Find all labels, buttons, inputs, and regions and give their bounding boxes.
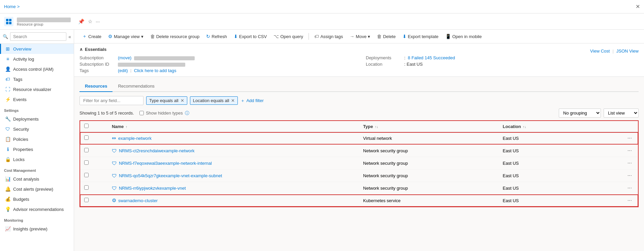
row-checkbox-0[interactable] bbox=[84, 135, 89, 140]
sidebar-label-resource-visualizer: Resource visualizer bbox=[13, 87, 51, 92]
filter-input[interactable] bbox=[79, 96, 143, 105]
sidebar-item-advisor[interactable]: 💡Advisor recommendations bbox=[0, 204, 74, 214]
hidden-types-toggle[interactable]: Show hidden types ⓘ bbox=[139, 110, 189, 116]
col-header-name[interactable]: Name ↑ bbox=[108, 121, 359, 132]
sidebar-label-deployments: Deployments bbox=[13, 117, 39, 122]
table-row: ⚙ swarnademo-cluster Kubernetes service … bbox=[80, 194, 638, 207]
sidebar-item-events[interactable]: ⚡Events bbox=[0, 94, 74, 104]
table-row: 🛡 NRMS-f7eqoxewal3aeexample-network-inte… bbox=[80, 157, 638, 169]
row-actions-btn-1[interactable]: ··· bbox=[625, 147, 634, 154]
row-checkbox-4[interactable] bbox=[84, 185, 89, 190]
resource-type-cell-5: Kubernetes service bbox=[359, 194, 499, 207]
resource-location-cell-0: East US bbox=[499, 132, 611, 145]
json-view-link[interactable]: JSON View bbox=[616, 49, 639, 54]
open-mobile-icon: 📱 bbox=[445, 34, 451, 39]
sidebar-item-tags[interactable]: 🏷Tags bbox=[0, 74, 74, 84]
sidebar-item-overview[interactable]: ⊞Overview bbox=[0, 44, 74, 54]
subscription-move-link[interactable]: (move) bbox=[118, 55, 131, 60]
view-select[interactable]: List view bbox=[604, 108, 639, 118]
tab-resources[interactable]: Resources bbox=[79, 81, 112, 92]
manage-view-chevron: ▾ bbox=[141, 34, 143, 39]
table-row: 🛡 NRMS-qo54k5qzr7gkeexample-vnet-example… bbox=[80, 169, 638, 182]
sidebar-item-deployments[interactable]: 🔧Deployments bbox=[0, 114, 74, 124]
sidebar-item-resource-visualizer[interactable]: ⛶Resource visualizer bbox=[0, 84, 74, 94]
row-checkbox-5[interactable] bbox=[84, 198, 89, 202]
assign-tags-button[interactable]: 🏷 Assign tags bbox=[312, 32, 346, 41]
create-icon: ＋ bbox=[82, 33, 87, 39]
row-actions-btn-5[interactable]: ··· bbox=[625, 197, 634, 204]
col-header-type[interactable]: Type ↑↓ bbox=[359, 121, 499, 132]
row-checkbox-3[interactable] bbox=[84, 173, 89, 177]
type-filter-close[interactable]: ✕ bbox=[181, 98, 184, 103]
row-checkbox-2[interactable] bbox=[84, 160, 89, 165]
sidebar-item-security[interactable]: 🛡Security bbox=[0, 124, 74, 134]
move-icon: → bbox=[350, 34, 354, 39]
sidebar-label-iam: Access control (IAM) bbox=[13, 67, 54, 72]
tags-edit-link[interactable]: (edit) bbox=[118, 68, 128, 73]
location-filter-close[interactable]: ✕ bbox=[231, 98, 235, 103]
sidebar-item-locks[interactable]: 🔒Locks bbox=[0, 154, 74, 164]
row-actions-btn-3[interactable]: ··· bbox=[625, 172, 634, 179]
more-icon[interactable]: ··· bbox=[96, 19, 100, 25]
collapse-sidebar-button[interactable]: « bbox=[68, 34, 71, 39]
info-icon: ⓘ bbox=[185, 110, 189, 116]
move-button[interactable]: → Move ▾ bbox=[347, 32, 373, 41]
manage-view-button[interactable]: ⚙ Manage view ▾ bbox=[105, 32, 146, 41]
row-actions-btn-0[interactable]: ··· bbox=[625, 134, 634, 142]
sidebar-item-budgets[interactable]: 💰Budgets bbox=[0, 194, 74, 204]
create-button[interactable]: ＋ Create bbox=[79, 32, 104, 41]
refresh-button[interactable]: ↻ Refresh bbox=[203, 32, 230, 41]
sidebar-item-cost-alerts[interactable]: 🔔Cost alerts (preview) bbox=[0, 184, 74, 194]
tags-add-link[interactable]: Click here to add tags bbox=[134, 68, 176, 73]
tabs-bar: Resources Recommendations bbox=[79, 81, 639, 92]
pin-icon[interactable]: 📌 bbox=[78, 19, 85, 25]
sidebar-item-iam[interactable]: 👤Access control (IAM) bbox=[0, 64, 74, 74]
row-checkbox-1[interactable] bbox=[84, 148, 89, 152]
open-mobile-button[interactable]: 📱 Open in mobile bbox=[443, 32, 484, 41]
export-csv-button[interactable]: ⬇ Export to CSV bbox=[231, 32, 269, 41]
resource-name-link-0[interactable]: example-network bbox=[118, 136, 152, 141]
sidebar-item-cost-analysis[interactable]: 📊Cost analysis bbox=[0, 174, 74, 184]
search-input[interactable] bbox=[10, 32, 66, 41]
delete-rg-button[interactable]: 🗑 Delete resource group bbox=[148, 32, 202, 41]
add-filter-button[interactable]: ＋ Add filter bbox=[240, 98, 263, 104]
open-query-button[interactable]: ⌥ Open query bbox=[271, 32, 306, 41]
content-area: ＋ Create ⚙ Manage view ▾ 🗑 Delete resour… bbox=[74, 30, 644, 251]
location-value: : East US bbox=[404, 62, 423, 67]
resource-name-link-3[interactable]: NRMS-qo54k5qzr7gkeexample-vnet-example-s… bbox=[119, 173, 222, 178]
sidebar-label-tags: Tags bbox=[13, 77, 22, 82]
row-actions-btn-4[interactable]: ··· bbox=[625, 184, 634, 192]
favorite-icon[interactable]: ☆ bbox=[88, 19, 92, 25]
resource-location-cell-3: East US bbox=[499, 169, 611, 182]
resource-name-link-1[interactable]: NRMS-ct2resnchdaiwexample-network bbox=[119, 148, 195, 153]
refresh-icon: ↻ bbox=[206, 34, 210, 39]
sidebar-icon-resource-visualizer: ⛶ bbox=[5, 87, 10, 92]
sidebar-item-insights[interactable]: 📈Insights (preview) bbox=[0, 224, 74, 234]
export-template-button[interactable]: ⬇ Export template bbox=[400, 32, 441, 41]
breadcrumb-home[interactable]: Home bbox=[4, 4, 16, 9]
sidebar-item-policies[interactable]: 📋Policies bbox=[0, 134, 74, 144]
hidden-types-checkbox[interactable] bbox=[139, 111, 144, 115]
sidebar-item-properties[interactable]: ℹProperties bbox=[0, 144, 74, 154]
deployments-label: Deployments bbox=[366, 55, 403, 60]
sidebar-label-insights: Insights (preview) bbox=[13, 226, 47, 231]
view-cost-link[interactable]: View Cost bbox=[590, 49, 610, 54]
tab-recommendations[interactable]: Recommendations bbox=[112, 81, 160, 92]
sidebar-item-activity-log[interactable]: ≡Activity log bbox=[0, 54, 74, 64]
delete-button[interactable]: 🗑 Delete bbox=[374, 32, 398, 41]
deployments-link[interactable]: 8 Failed 145 Succeeded bbox=[408, 55, 455, 60]
row-actions-btn-2[interactable]: ··· bbox=[625, 159, 634, 167]
sidebar-icon-activity-log: ≡ bbox=[5, 56, 10, 62]
resource-name-link-5[interactable]: swarnademo-cluster bbox=[118, 198, 158, 203]
close-button[interactable]: ✕ bbox=[636, 3, 640, 10]
essentials-chevron[interactable]: ∧ bbox=[79, 47, 83, 52]
sidebar-label-cost-analysis: Cost analysis bbox=[13, 177, 39, 182]
resource-type-icon-3: 🛡 bbox=[112, 173, 117, 179]
sidebar-icon-tags: 🏷 bbox=[5, 76, 10, 82]
resource-name-link-2[interactable]: NRMS-f7eqoxewal3aeexample-network-intern… bbox=[119, 161, 212, 166]
resource-name-link-4[interactable]: NRMS-rr6iypjwokzvkexample-vnet bbox=[119, 186, 186, 191]
sidebar-icon-advisor: 💡 bbox=[5, 207, 10, 212]
col-header-location[interactable]: Location ↑↓ bbox=[499, 121, 611, 132]
select-all-checkbox[interactable] bbox=[84, 124, 89, 128]
grouping-select[interactable]: No grouping bbox=[559, 108, 601, 118]
